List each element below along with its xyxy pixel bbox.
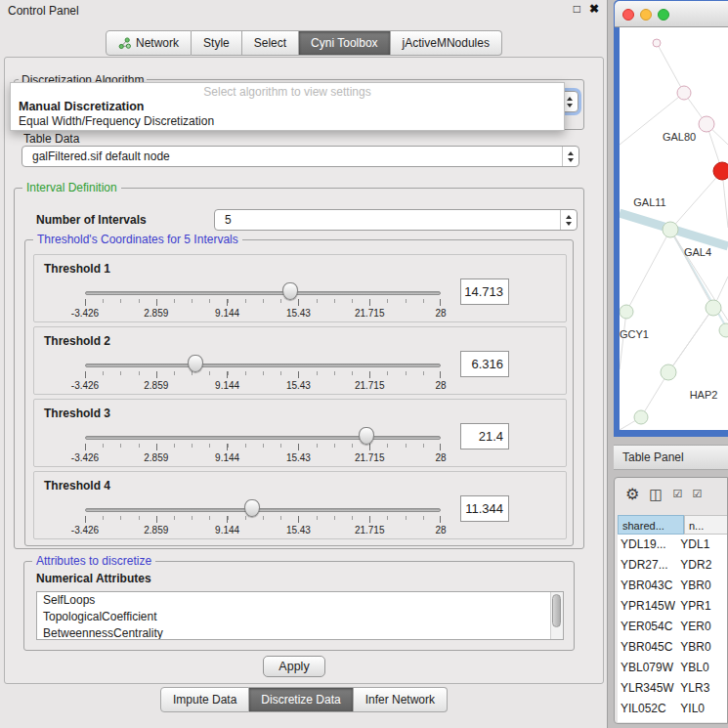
scale-label: 21.715 [355,452,385,463]
network-node[interactable] [719,323,728,337]
tab-label: Select [254,36,286,50]
combo-stepper-icon[interactable] [560,210,577,230]
attribute-list-item[interactable]: SelfLoops [37,592,563,609]
apply-button[interactable]: Apply [263,656,325,677]
dropdown-hint: Select algorithm to view settings [11,83,564,99]
threshold-slider[interactable]: -3.4262.8599.14415.4321.71528 [85,280,441,320]
table-row[interactable]: YBR045CYBR0 [618,637,727,658]
cell-shared-name: YDR27... [618,555,675,576]
table-row[interactable]: YBR043CYBR0 [618,576,727,596]
tab-impute-data[interactable]: Impute Data [160,687,249,712]
table-row[interactable]: YDL19...YDL1 [618,535,727,555]
threshold-panel-1: Threshold 1-3.4262.8599.14415.4321.71528… [33,254,567,322]
list-scrollbar[interactable] [550,592,563,639]
interval-definition-legend: Interval Definition [22,181,121,194]
number-of-intervals-value: 5 [215,213,560,227]
tab-cyni-toolbox[interactable]: Cyni Toolbox [299,30,390,56]
cell-name: YIL0 [675,699,727,719]
table-toolbar: ⚙ ◫ ☑ ☑ [615,481,727,507]
dropdown-option[interactable]: Equal Width/Frequency Discretization [11,113,564,128]
scale-label: 21.715 [355,525,385,535]
scale-label: 9.144 [215,308,239,319]
select-none-icon[interactable]: ☑ [692,488,702,500]
threshold-slider[interactable]: -3.4262.8599.14415.4321.71528 [85,353,441,392]
network-node[interactable] [713,162,728,180]
cell-name: YER0 [675,617,727,637]
scale-label: 28 [435,525,446,535]
column-header[interactable]: shared... [618,515,684,535]
threshold-panel-3: Threshold 3-3.4262.8599.14415.4321.71528… [33,399,567,467]
scale-label: 28 [435,380,446,391]
table-row[interactable]: YDR27...YDR2 [618,555,727,576]
float-window-icon[interactable]: □ [574,2,580,16]
scale-label: -3.426 [71,308,99,319]
network-graph[interactable]: GAL80GAL11GAL4GCY1HAP2 [620,27,728,430]
cell-shared-name: YLR345W [618,678,675,699]
network-node[interactable] [663,222,678,237]
column-header[interactable]: n... [684,515,728,535]
slider-thumb[interactable] [282,282,298,300]
dropdown-option[interactable]: Manual Discretization [11,99,564,113]
close-window-icon[interactable]: ✖ [589,2,599,16]
slider-thumb[interactable] [359,427,374,445]
number-of-intervals-label: Number of Intervals [36,213,147,227]
close-traffic-light[interactable] [622,9,634,21]
scale-label: 15.43 [286,308,311,319]
network-node[interactable] [661,364,676,380]
network-node[interactable] [699,116,714,132]
cell-name: YPR1 [675,596,727,617]
threshold-value-field[interactable]: 21.4 [460,423,509,450]
threshold-slider[interactable]: -3.4262.8599.14415.4321.71528 [85,497,441,536]
network-node[interactable] [706,300,721,316]
threshold-value-field[interactable]: 6.316 [460,351,509,377]
table-row[interactable]: YLR345WYLR3 [618,678,727,699]
slider-thumb[interactable] [188,355,203,372]
threshold-value-field[interactable]: 11.344 [460,495,509,522]
bottom-tab-bar: Impute DataDiscretize DataInfer Network [0,687,608,712]
interval-definition-group: Interval Definition Number of Intervals … [14,188,584,549]
table-data-combobox[interactable]: galFiltered.sif default node [21,146,579,167]
algorithm-dropdown-popup: Select algorithm to view settings Manual… [10,82,565,131]
network-edge [620,312,626,369]
tab-discretize-data[interactable]: Discretize Data [249,687,353,712]
slider-thumb[interactable] [244,499,260,517]
table-row[interactable]: YIL052CYIL0 [618,699,727,719]
thresholds-group: Threshold's Coordinates for 5 Intervals … [24,239,574,546]
tab-jactivemnodules[interactable]: jActiveMNodules [391,30,502,56]
tab-style[interactable]: Style [192,30,242,56]
network-node[interactable] [620,305,633,319]
table-row[interactable]: YPR145WYPR1 [618,596,727,617]
network-node[interactable] [634,410,648,424]
combo-stepper-icon[interactable] [562,147,578,166]
numerical-attributes-list[interactable]: SelfLoopsTopologicalCoefficientBetweenne… [36,591,564,640]
number-of-intervals-combobox[interactable]: 5 [214,209,578,231]
attribute-list-item[interactable]: TopologicalCoefficient [37,609,563,625]
table-row[interactable]: YBL079WYBL0 [618,658,727,678]
network-view-window: GAL80GAL11GAL4GCY1HAP2 [614,0,728,437]
threshold-slider[interactable]: -3.4262.8599.14415.4321.71528 [85,425,441,464]
tab-network[interactable]: Network [106,30,192,56]
columns-icon[interactable]: ◫ [649,486,663,503]
cell-shared-name: YIL052C [618,699,675,719]
slider-major-ticks [85,444,441,450]
network-node[interactable] [677,86,691,100]
top-tab-bar: NetworkStyleSelectCyni ToolboxjActiveMNo… [0,30,608,56]
zoom-traffic-light[interactable] [658,9,669,21]
attribute-list-item[interactable]: BetweennessCentrality [37,625,563,640]
threshold-value-field[interactable]: 14.713 [460,278,509,305]
tab-select[interactable]: Select [242,30,299,56]
minimize-traffic-light[interactable] [640,9,652,21]
cell-name: YLR3 [675,678,727,699]
node-label: GAL11 [633,196,665,208]
network-node[interactable] [653,39,661,47]
gear-icon[interactable]: ⚙ [625,485,639,503]
select-all-icon[interactable]: ☑ [673,488,683,500]
table-row[interactable]: YER054CYER0 [618,617,727,637]
table-panel-title: Table Panel [622,450,684,464]
network-canvas[interactable]: GAL80GAL11GAL4GCY1HAP2 [620,27,728,430]
scrollbar-thumb[interactable] [552,594,561,627]
slider-scale: -3.4262.8599.14415.4321.71528 [85,452,441,464]
tab-infer-network[interactable]: Infer Network [354,687,448,712]
threshold-label: Threshold 2 [44,334,110,348]
scale-label: 15.43 [286,525,311,535]
